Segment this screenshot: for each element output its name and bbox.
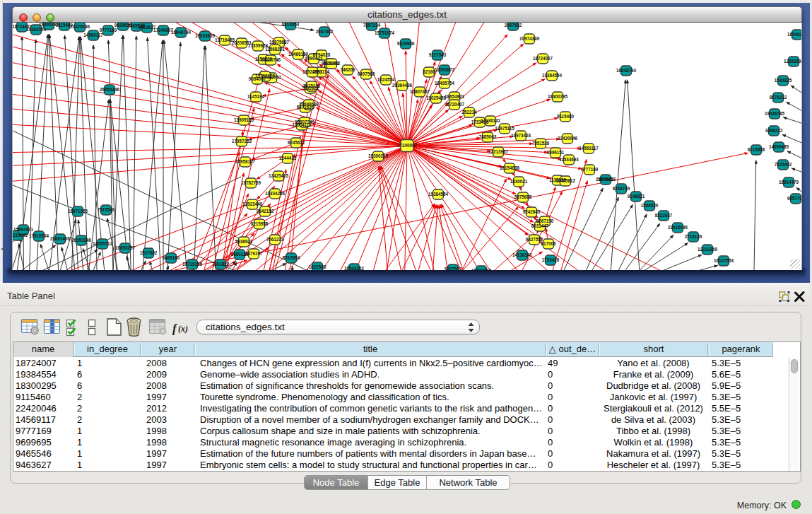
svg-text:82160: 82160 xyxy=(423,69,435,74)
svg-text:1527602: 1527602 xyxy=(140,250,158,255)
svg-text:9227343: 9227343 xyxy=(429,52,447,57)
svg-text:19875687: 19875687 xyxy=(269,40,290,45)
svg-text:7551526: 7551526 xyxy=(532,141,550,146)
svg-text:12213967: 12213967 xyxy=(488,149,509,154)
svg-text:9657791: 9657791 xyxy=(787,196,802,201)
svg-text:12093872: 12093872 xyxy=(435,67,455,72)
svg-text:8215958: 8215958 xyxy=(251,221,269,226)
svg-text:1622545: 1622545 xyxy=(309,264,326,269)
svg-text:7625402: 7625402 xyxy=(775,162,792,167)
svg-text:10688609: 10688609 xyxy=(299,102,319,107)
svg-text:14120746: 14120746 xyxy=(261,57,281,62)
svg-text:9242845: 9242845 xyxy=(523,209,541,214)
svg-text:7663822: 7663822 xyxy=(212,262,230,267)
svg-text:9115460: 9115460 xyxy=(557,114,575,119)
svg-text:1621012: 1621012 xyxy=(323,61,341,66)
svg-text:14055712: 14055712 xyxy=(93,241,113,246)
svg-text:817006: 817006 xyxy=(541,241,556,246)
svg-text:9842152: 9842152 xyxy=(257,209,274,214)
svg-text:5938923: 5938923 xyxy=(235,239,253,244)
svg-text:1916825: 1916825 xyxy=(775,78,792,83)
svg-text:22420046: 22420046 xyxy=(70,24,90,29)
svg-text:746206: 746206 xyxy=(340,67,355,72)
svg-text:23420046: 23420046 xyxy=(668,225,688,230)
svg-text:16648784: 16648784 xyxy=(171,30,192,35)
svg-text:6466160: 6466160 xyxy=(163,255,180,260)
svg-text:7485063: 7485063 xyxy=(479,134,497,139)
svg-text:14569117: 14569117 xyxy=(83,33,103,37)
svg-text:9329966: 9329966 xyxy=(397,41,415,46)
svg-text:15720407: 15720407 xyxy=(445,102,465,107)
svg-text:19384554: 19384554 xyxy=(542,73,563,78)
svg-text:9684067: 9684067 xyxy=(249,76,266,81)
svg-text:164095: 164095 xyxy=(598,177,613,182)
svg-text:10653257: 10653257 xyxy=(115,245,136,250)
svg-text:20364436: 20364436 xyxy=(392,83,413,88)
svg-text:10958127: 10958127 xyxy=(235,159,256,164)
svg-text:8813054: 8813054 xyxy=(282,23,300,27)
svg-text:10465812: 10465812 xyxy=(555,178,576,183)
svg-text:11534693: 11534693 xyxy=(559,157,579,162)
svg-text:18654923: 18654923 xyxy=(445,94,465,99)
svg-text:2687682: 2687682 xyxy=(505,23,522,28)
svg-text:1733426: 1733426 xyxy=(471,119,489,124)
svg-text:16543362: 16543362 xyxy=(344,266,365,270)
svg-text:1145194: 1145194 xyxy=(247,94,265,99)
svg-text:19384554: 19384554 xyxy=(26,27,47,32)
svg-text:17957253: 17957253 xyxy=(232,139,252,144)
svg-text:7515546: 7515546 xyxy=(98,207,115,212)
svg-text:6479197: 6479197 xyxy=(245,251,263,256)
svg-text:1830021: 1830021 xyxy=(510,179,528,184)
svg-text:1024554: 1024554 xyxy=(377,77,395,82)
svg-text:1615132: 1615132 xyxy=(303,83,321,88)
svg-text:17016504: 17016504 xyxy=(29,233,49,238)
svg-text:15692971: 15692971 xyxy=(13,227,34,232)
svg-text:(x): (x) xyxy=(178,324,188,334)
svg-text:10974349: 10974349 xyxy=(519,36,540,41)
svg-text:9777169: 9777169 xyxy=(581,167,599,172)
svg-text:14569117: 14569117 xyxy=(579,146,599,151)
svg-text:16671355: 16671355 xyxy=(68,209,88,214)
svg-text:252214: 252214 xyxy=(461,110,477,115)
svg-text:16549235: 16549235 xyxy=(787,32,802,37)
svg-text:10154838: 10154838 xyxy=(500,165,520,170)
svg-text:11568291: 11568291 xyxy=(265,47,285,52)
svg-text:8454749: 8454749 xyxy=(613,186,630,191)
svg-text:10973403: 10973403 xyxy=(511,133,531,138)
svg-text:10334256: 10334256 xyxy=(265,191,286,196)
svg-text:18807249: 18807249 xyxy=(295,119,315,124)
svg-text:7061233: 7061233 xyxy=(266,237,284,242)
svg-text:15751074: 15751074 xyxy=(375,30,395,35)
svg-text:22420046: 22420046 xyxy=(558,136,578,141)
svg-text:16648784: 16648784 xyxy=(616,68,637,73)
svg-text:18300295: 18300295 xyxy=(548,94,568,99)
svg-text:16107553: 16107553 xyxy=(714,258,734,263)
svg-text:12923446: 12923446 xyxy=(242,201,263,206)
svg-text:6794028: 6794028 xyxy=(313,52,331,57)
svg-text:8322037: 8322037 xyxy=(655,213,673,218)
svg-text:12425415: 12425415 xyxy=(269,173,289,178)
svg-text:7857234: 7857234 xyxy=(363,23,381,28)
svg-text:10807487: 10807487 xyxy=(410,89,430,94)
svg-text:9777169: 9777169 xyxy=(100,28,117,33)
svg-text:1588520: 1588520 xyxy=(641,203,659,208)
svg-text:20691406: 20691406 xyxy=(50,236,71,241)
svg-text:f: f xyxy=(172,322,178,335)
svg-text:12353594: 12353594 xyxy=(784,59,802,64)
svg-text:17240007: 17240007 xyxy=(397,143,418,148)
svg-text:19046785: 19046785 xyxy=(765,111,785,116)
svg-text:14099485: 14099485 xyxy=(769,144,789,149)
svg-text:1244415: 1244415 xyxy=(279,156,297,160)
svg-text:16033809: 16033809 xyxy=(195,33,216,38)
svg-text:1733426: 1733426 xyxy=(542,257,560,262)
svg-text:6497568: 6497568 xyxy=(358,71,375,76)
svg-text:18495754: 18495754 xyxy=(435,81,455,86)
svg-text:3498222: 3498222 xyxy=(765,128,783,133)
svg-text:26053346: 26053346 xyxy=(100,87,120,92)
svg-text:10782759: 10782759 xyxy=(241,180,261,185)
svg-text:9327503: 9327503 xyxy=(445,267,462,270)
svg-text:10210643: 10210643 xyxy=(13,233,28,238)
svg-text:5875685: 5875685 xyxy=(514,194,532,199)
svg-text:14136141: 14136141 xyxy=(512,252,533,257)
svg-text:19384554: 19384554 xyxy=(428,192,449,197)
